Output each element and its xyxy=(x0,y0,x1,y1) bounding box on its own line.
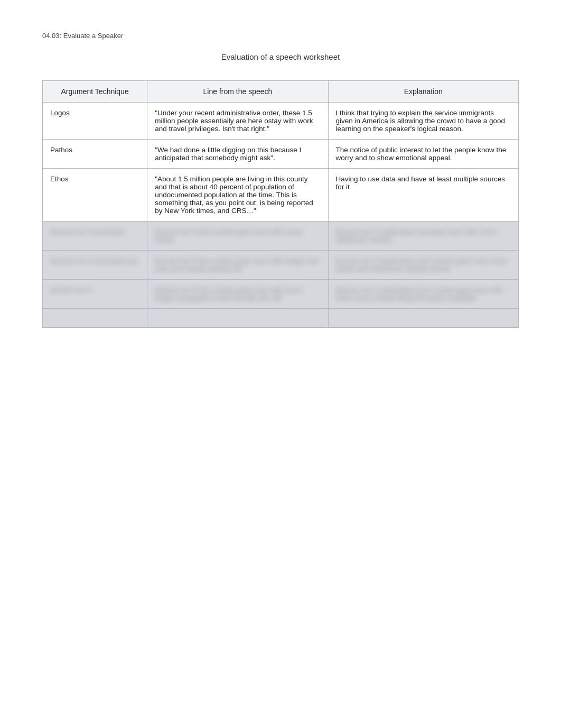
table-row xyxy=(43,309,519,328)
explanation-cell: Having to use data and have at least mul… xyxy=(328,169,518,222)
table-row: blurred row 4 techniqueblurred row 4 lin… xyxy=(43,222,519,251)
header-line: Line from the speech xyxy=(147,81,328,103)
line-cell: "We had done a little digging on this be… xyxy=(147,140,328,169)
technique-cell: Ethos xyxy=(43,169,147,222)
line-cell: "Under your recent administrative order,… xyxy=(147,103,328,140)
explanation-cell: The notice of public interest to let the… xyxy=(328,140,518,169)
technique-cell: Logos xyxy=(43,103,147,140)
table-row: blurred row 5 technique textblurred row … xyxy=(43,251,519,280)
table-row: blurred row 6blurred row 6 line content … xyxy=(43,280,519,309)
technique-cell: Pathos xyxy=(43,140,147,169)
table-row: Ethos"About 1.5 million people are livin… xyxy=(43,169,519,222)
worksheet-table: Argument Technique Line from the speech … xyxy=(42,80,519,328)
header-technique: Argument Technique xyxy=(43,81,147,103)
header-explanation: Explanation xyxy=(328,81,518,103)
explanation-cell: I think that trying to explain the servi… xyxy=(328,103,518,140)
page-label: 04.03: Evaluate a Speaker xyxy=(42,32,519,40)
table-row: Pathos"We had done a little digging on t… xyxy=(43,140,519,169)
table-row: Logos"Under your recent administrative o… xyxy=(43,103,519,140)
line-cell: "About 1.5 million people are living in … xyxy=(147,169,328,222)
page-title: Evaluation of a speech worksheet xyxy=(42,52,519,61)
